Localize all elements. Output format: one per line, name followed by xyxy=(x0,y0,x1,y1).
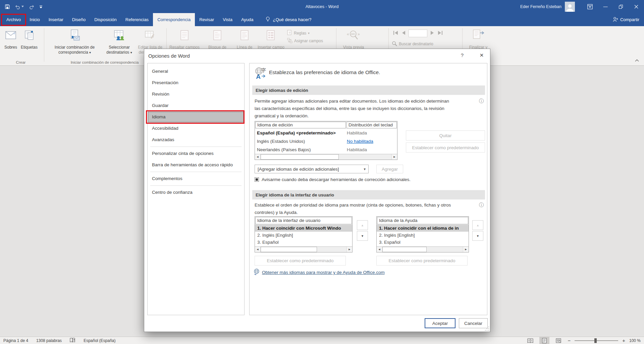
list-item[interactable]: 1.Hacer coincidir con Microsoft Windo xyxy=(255,225,352,232)
dialog-title: Opciones de Word xyxy=(148,49,190,62)
sidebar-item-presentacion[interactable]: Presentación xyxy=(148,77,244,89)
scroll-right-icon[interactable]: ▶ xyxy=(463,247,469,252)
move-up-button: ▲ xyxy=(472,220,483,230)
close-button[interactable] xyxy=(629,0,644,13)
ui-language-listbox: Idioma de la interfaz de usuario 1.Hacer… xyxy=(255,216,353,252)
find-recipient-icon xyxy=(392,41,397,47)
listbox-header-ui[interactable]: Idioma de la interfaz de usuario xyxy=(255,217,352,224)
zoom-in-button[interactable]: + xyxy=(622,338,625,343)
add-language-dropdown[interactable]: [Agregar idiomas de edición adicionales]… xyxy=(255,165,369,173)
list-item[interactable]: 2.Inglés [English] xyxy=(377,232,469,239)
sidebar-item-revision[interactable]: Revisión xyxy=(148,89,244,100)
chevron-down-icon: ▾ xyxy=(308,32,310,35)
tab-inicio[interactable]: Inicio xyxy=(25,13,44,26)
sidebar-item-guardar[interactable]: Guardar xyxy=(148,100,244,111)
tab-disposicion[interactable]: Disposición xyxy=(90,13,121,26)
dialog-help-button[interactable]: ? xyxy=(458,52,466,60)
scroll-right-icon[interactable]: ▶ xyxy=(346,247,352,252)
highlight-fields-icon xyxy=(168,30,201,41)
word-count[interactable]: 1308 palabras xyxy=(36,338,62,343)
scroll-right-icon[interactable]: ▶ xyxy=(391,154,397,160)
list-item[interactable]: 1.Hacer coincidir con el idioma de in xyxy=(377,225,469,232)
account-user-name[interactable]: Eder Ferreño Esteban xyxy=(520,4,561,9)
insert-field-icon xyxy=(256,30,286,41)
read-mode-icon[interactable] xyxy=(525,337,535,344)
title-bar: Altavoces - Word Eder Ferreño Esteban — xyxy=(0,0,644,13)
info-icon[interactable]: ⓘ xyxy=(479,98,484,104)
sidebar-item-general[interactable]: General xyxy=(148,66,244,77)
move-down-button[interactable]: ▼ xyxy=(472,231,483,241)
table-horizontal-scrollbar[interactable]: ◀ ▶ xyxy=(255,154,397,160)
zoom-slider-thumb[interactable] xyxy=(594,338,597,343)
iniciar-combinacion-button[interactable]: Iniciar combinación de correspondencia ▾ xyxy=(47,26,102,55)
avatar[interactable] xyxy=(565,2,575,12)
no-habilitada-link[interactable]: No habilitada xyxy=(347,139,373,144)
sidebar-item-personalizar-cinta[interactable]: Personalizar cinta de opciones xyxy=(148,148,244,159)
table-row[interactable]: Inglés (Estados Unidos) No habilitada xyxy=(255,137,397,146)
tab-correspondencia[interactable]: Correspondencia xyxy=(153,13,195,26)
sidebar-item-barra-acceso-rapido[interactable]: Barra de herramientas de acceso rápido xyxy=(148,159,244,171)
get-more-languages-link[interactable]: Obtener más idiomas para mostrar y de Ay… xyxy=(254,269,385,276)
web-layout-icon[interactable] xyxy=(553,337,564,344)
match-fields-icon xyxy=(287,38,292,44)
column-header-idioma[interactable]: Idioma de edición xyxy=(255,122,346,128)
tab-referencias[interactable]: Referencias xyxy=(121,13,153,26)
scroll-left-icon[interactable]: ◀ xyxy=(255,154,261,160)
move-down-button[interactable]: ▼ xyxy=(357,231,368,241)
zoom-level[interactable]: 100 % xyxy=(629,338,641,343)
scroll-left-icon[interactable]: ◀ xyxy=(377,247,382,252)
list-item[interactable]: 3.Español xyxy=(377,239,469,246)
cancelar-button[interactable]: Cancelar xyxy=(459,318,488,328)
bloque-direccion-button: Bloque de xyxy=(202,26,233,50)
info-icon[interactable]: ⓘ xyxy=(479,202,484,208)
record-navigation xyxy=(393,30,443,37)
table-row[interactable]: Neerlandés (Países Bajos) Habilitada xyxy=(255,146,397,154)
zoom-slider[interactable] xyxy=(575,340,618,341)
scrollbar-thumb[interactable] xyxy=(261,247,317,252)
collapse-ribbon-icon[interactable] xyxy=(633,57,641,64)
minimize-button[interactable]: — xyxy=(598,0,613,13)
dialog-close-button[interactable]: ✕ xyxy=(477,52,486,60)
table-row[interactable]: Español (España) <predeterminado> Habili… xyxy=(255,129,397,137)
options-sidebar: General Presentación Revisión Guardar Id… xyxy=(147,63,245,315)
tab-revisar[interactable]: Revisar xyxy=(195,13,218,26)
tab-insertar[interactable]: Insertar xyxy=(44,13,68,26)
page-indicator[interactable]: Página 1 de 4 xyxy=(3,338,28,343)
language-indicator[interactable]: Español (España) xyxy=(84,338,115,343)
ribbon-tab-row: Archivo Inicio Insertar Diseño Disposici… xyxy=(0,13,644,26)
share-button[interactable]: Compartir xyxy=(613,13,639,26)
tab-archivo[interactable]: Archivo xyxy=(2,13,25,26)
tab-ayuda[interactable]: Ayuda xyxy=(237,13,258,26)
ribbon-display-options-icon[interactable] xyxy=(582,0,598,13)
print-layout-icon[interactable] xyxy=(539,337,549,344)
tab-diseno[interactable]: Diseño xyxy=(68,13,90,26)
sidebar-item-avanzadas[interactable]: Avanzadas xyxy=(148,134,244,146)
listbox-horizontal-scrollbar[interactable]: ◀ ▶ xyxy=(255,246,352,252)
resize-grip[interactable] xyxy=(485,327,489,331)
tab-vista[interactable]: Vista xyxy=(218,13,237,26)
proofing-status-icon[interactable] xyxy=(70,338,75,344)
etiquetas-button[interactable]: Etiquetas xyxy=(19,26,40,50)
scrollbar-thumb[interactable] xyxy=(382,247,427,252)
tell-me-box[interactable]: ¿Qué desea hacer? xyxy=(265,13,312,26)
scrollbar-thumb[interactable] xyxy=(261,154,339,160)
sobres-button[interactable]: Sobres xyxy=(2,26,19,50)
list-item[interactable]: 3.Español xyxy=(255,239,352,246)
svg-text:ABC: ABC xyxy=(351,33,356,35)
sidebar-item-idioma[interactable]: Idioma xyxy=(148,111,244,123)
column-header-teclado[interactable]: Distribución del teclad xyxy=(346,122,397,128)
listbox-horizontal-scrollbar[interactable]: ◀ ▶ xyxy=(377,246,469,252)
sidebar-item-accesibilidad[interactable]: Accesibilidad xyxy=(148,123,244,134)
aceptar-button[interactable]: Aceptar xyxy=(425,318,455,328)
sidebar-item-complementos[interactable]: Complementos xyxy=(148,173,244,184)
labels-icon xyxy=(19,30,40,41)
listbox-header-ayuda[interactable]: Idioma de la Ayuda xyxy=(377,217,468,224)
list-item[interactable]: 2.Inglés [English] xyxy=(255,232,352,239)
zoom-out-button[interactable]: − xyxy=(568,338,571,343)
scroll-left-icon[interactable]: ◀ xyxy=(255,247,261,252)
sidebar-separator xyxy=(150,147,241,147)
restore-button[interactable] xyxy=(613,0,629,13)
avisarme-checkbox[interactable] xyxy=(255,177,259,182)
seleccionar-destinatarios-button[interactable]: Seleccionar destinatarios ▾ xyxy=(103,26,135,55)
sidebar-item-centro-confianza[interactable]: Centro de confianza xyxy=(148,187,244,198)
